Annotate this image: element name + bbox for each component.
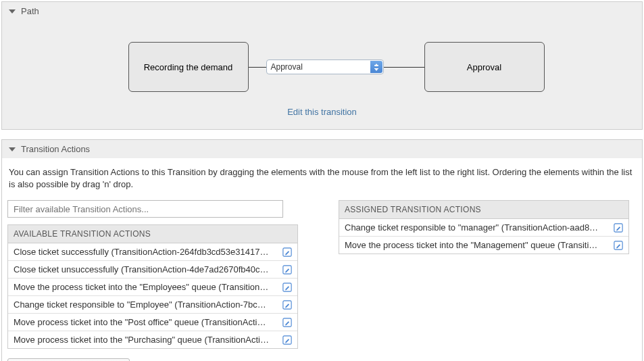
- path-body: Recording the demand Approval Approval E…: [2, 20, 642, 129]
- list-item[interactable]: Close ticket successfully (TransitionAct…: [8, 243, 297, 260]
- select-arrow-icon: [370, 61, 382, 73]
- edit-transition-link[interactable]: Edit this transition: [9, 107, 635, 117]
- path-diagram: Recording the demand Approval Approval: [9, 34, 635, 92]
- list-item-label: Close ticket unsuccessfully (TransitionA…: [14, 264, 277, 274]
- list-item-label: Move the process ticket into the "Employ…: [14, 282, 277, 292]
- transition-select[interactable]: Approval: [266, 59, 384, 74]
- list-item[interactable]: Move the process ticket into the "Manage…: [339, 236, 628, 254]
- list-item[interactable]: Move process ticket into the "Purchasing…: [8, 331, 297, 348]
- assigned-list[interactable]: Change ticket responsible to "manager" (…: [339, 219, 629, 254]
- state-box-source[interactable]: Recording the demand: [128, 42, 249, 92]
- list-item-label: Change ticket responsible to "Employee" …: [14, 299, 277, 310]
- actions-description: You can assign Transition Actions to thi…: [9, 166, 635, 191]
- assigned-column: ASSIGNED TRANSITION ACTIONS Change ticke…: [339, 200, 629, 254]
- edit-icon[interactable]: [282, 300, 292, 310]
- transition-select-value: Approval: [271, 62, 303, 72]
- edit-icon[interactable]: [282, 318, 292, 327]
- list-item[interactable]: Change ticket responsible to "manager" (…: [339, 219, 628, 236]
- list-item[interactable]: Close ticket unsuccessfully (TransitionA…: [8, 260, 297, 278]
- list-item-label: Move process ticket into the "Purchasing…: [14, 335, 277, 345]
- actions-header-label: Transition Actions: [21, 144, 90, 154]
- filter-input[interactable]: [7, 200, 283, 218]
- available-list-header: AVAILABLE TRANSITION ACTIONS: [7, 224, 298, 243]
- list-item[interactable]: Change ticket responsible to "Employee" …: [8, 295, 297, 313]
- path-header-label: Path: [21, 6, 39, 16]
- list-item[interactable]: Move process ticket into the "Post offic…: [8, 313, 297, 331]
- path-panel-header[interactable]: Path: [2, 2, 642, 20]
- connector-line: [249, 67, 266, 68]
- edit-icon[interactable]: [282, 335, 292, 345]
- list-item-label: Move the process ticket into the "Manage…: [345, 240, 608, 250]
- edit-icon[interactable]: [282, 265, 292, 274]
- actions-body: You can assign Transition Actions to thi…: [2, 158, 642, 361]
- state-box-target[interactable]: Approval: [424, 42, 545, 92]
- actions-panel-header[interactable]: Transition Actions: [2, 140, 642, 158]
- caret-down-icon: [9, 9, 16, 14]
- available-list[interactable]: Close ticket successfully (TransitionAct…: [7, 243, 298, 349]
- create-new-transition-action-button[interactable]: Create New Transition Action: [7, 358, 130, 361]
- path-panel: Path Recording the demand Approval Appro…: [1, 1, 643, 130]
- list-item-label: Move process ticket into the "Post offic…: [14, 317, 277, 327]
- edit-icon[interactable]: [282, 247, 292, 257]
- edit-icon[interactable]: [282, 283, 292, 292]
- state-source-label: Recording the demand: [144, 62, 233, 72]
- edit-icon[interactable]: [614, 241, 623, 250]
- list-item[interactable]: Move the process ticket into the "Employ…: [8, 278, 297, 295]
- list-item-label: Close ticket successfully (TransitionAct…: [14, 247, 277, 257]
- assigned-list-header: ASSIGNED TRANSITION ACTIONS: [339, 200, 629, 219]
- transition-actions-panel: Transition Actions You can assign Transi…: [1, 139, 643, 361]
- available-column: AVAILABLE TRANSITION ACTIONS Close ticke…: [7, 200, 298, 361]
- list-item-label: Change ticket responsible to "manager" (…: [345, 222, 608, 233]
- edit-icon[interactable]: [614, 223, 623, 233]
- caret-down-icon: [9, 147, 16, 151]
- connector-line: [384, 67, 424, 68]
- state-target-label: Approval: [467, 62, 501, 72]
